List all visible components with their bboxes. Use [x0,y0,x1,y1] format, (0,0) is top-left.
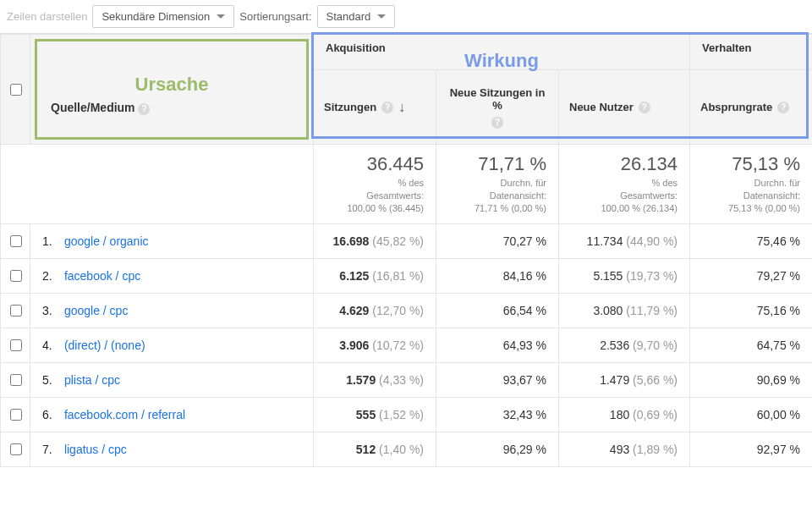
help-icon[interactable]: ? [381,102,393,113]
row-bounce: 75,16 % [690,293,812,328]
table-row: 2. facebook / cpc6.125 (16,81 %)84,16 %5… [1,258,813,293]
row-dimension: 4. (direct) / (none) [30,328,314,362]
row-bounce: 90,69 % [690,362,812,397]
sort-type-value: Standard [326,10,371,23]
row-bounce: 79,27 % [690,258,812,293]
row-index: 6. [42,408,61,421]
summary-sessions: 36.445 % des Gesamtwerts: 100,00 % (36.4… [314,145,436,224]
sort-desc-icon: ↓ [398,100,405,115]
table-row: 7. ligatus / cpc512 (1,40 %)96,29 %493 (… [1,432,813,466]
row-new-users: 1.479 (5,66 %) [559,362,690,397]
row-checkbox-cell [1,223,30,258]
source-medium-link[interactable]: google / cpc [64,304,129,317]
source-medium-link[interactable]: (direct) / (none) [64,339,145,352]
help-icon[interactable]: ? [777,102,789,113]
row-new-sessions-pct: 70,27 % [436,223,559,258]
metric-group-acquisition: Akquisition Wirkung [314,35,690,70]
metric-group-behavior: Verhalten [690,35,812,70]
row-bounce: 75,46 % [690,223,812,258]
summary-row: 36.445 % des Gesamtwerts: 100,00 % (36.4… [1,145,813,224]
row-sessions: 6.125 (16,81 %) [314,258,436,293]
secondary-dimension-dropdown[interactable]: Sekundäre Dimension [92,5,234,28]
row-checkbox[interactable] [10,270,22,282]
source-medium-link[interactable]: ligatus / cpc [64,443,127,456]
summary-new-users: 26.134 % des Gesamtwerts: 100,00 % (26.1… [559,145,690,224]
row-checkbox[interactable] [10,305,22,317]
table-row: 5. plista / cpc1.579 (4,33 %)93,67 %1.47… [1,362,813,397]
row-new-sessions-pct: 66,54 % [436,293,559,328]
row-index: 1. [42,234,61,248]
row-sessions: 3.906 (10,72 %) [314,328,436,362]
row-new-sessions-pct: 93,67 % [436,362,559,397]
row-new-users: 180 (0,69 %) [559,397,690,432]
row-sessions: 512 (1,40 %) [314,432,436,466]
row-sessions: 4.629 (12,70 %) [314,293,436,328]
row-checkbox[interactable] [10,339,22,351]
row-checkbox-cell [1,397,30,432]
row-new-users: 3.080 (11,79 %) [559,293,690,328]
col-sessions[interactable]: Sitzungen ? ↓ [314,70,436,145]
dimension-header[interactable]: Ursache Quelle/Medium ? [30,35,314,145]
help-icon[interactable]: ? [491,117,503,129]
row-checkbox-cell [1,328,30,362]
source-medium-link[interactable]: plista / cpc [64,373,120,387]
row-new-users: 11.734 (44,90 %) [559,223,690,258]
row-dimension: 1. google / organic [30,223,314,258]
summary-empty [1,145,314,224]
row-checkbox[interactable] [10,409,22,421]
table-row: 6. facebook.com / referral555 (1,52 %)32… [1,397,813,432]
dimension-name: Quelle/Medium [51,101,135,114]
row-dimension: 5. plista / cpc [30,362,314,397]
row-sessions: 16.698 (45,82 %) [314,223,436,258]
source-medium-link[interactable]: facebook / cpc [64,269,140,283]
row-bounce: 60,00 % [690,397,812,432]
row-new-sessions-pct: 32,43 % [436,397,559,432]
row-bounce: 92,97 % [690,432,812,466]
row-index: 3. [42,304,61,317]
sort-type-label: Sortierungsart: [239,10,311,23]
row-index: 4. [42,339,61,352]
row-checkbox-cell [1,258,30,293]
table-row: 4. (direct) / (none)3.906 (10,72 %)64,93… [1,328,813,362]
source-medium-link[interactable]: google / organic [64,234,149,248]
chevron-down-icon [217,14,225,19]
report-table: Ursache Quelle/Medium ? Akquisition Wirk… [0,34,812,467]
row-index: 7. [42,443,61,456]
col-new-users[interactable]: Neue Nutzer ? [559,70,690,145]
row-dimension: 3. google / cpc [30,293,314,328]
summary-bounce: 75,13 % Durchn. für Datenansicht: 75,13 … [690,145,812,224]
table-row: 3. google / cpc4.629 (12,70 %)66,54 %3.0… [1,293,813,328]
help-icon[interactable]: ? [138,103,150,115]
row-new-users: 2.536 (9,70 %) [559,328,690,362]
row-checkbox-cell [1,362,30,397]
row-new-users: 493 (1,89 %) [559,432,690,466]
select-all-header [1,35,30,145]
row-checkbox[interactable] [10,374,22,386]
row-new-users: 5.155 (19,73 %) [559,258,690,293]
group-beh-label: Verhalten [702,41,752,54]
row-new-sessions-pct: 96,29 % [436,432,559,466]
row-index: 2. [42,269,61,283]
row-index: 5. [42,373,61,387]
row-checkbox-cell [1,432,30,466]
row-dimension: 2. facebook / cpc [30,258,314,293]
col-new-sessions-pct[interactable]: Neue Sitzungen in % ? [436,70,559,145]
row-checkbox[interactable] [10,235,22,247]
rows-display-label: Zeilen darstellen [7,10,87,23]
row-dimension: 7. ligatus / cpc [30,432,314,466]
row-dimension: 6. facebook.com / referral [30,397,314,432]
source-medium-link[interactable]: facebook.com / referral [64,408,185,421]
row-sessions: 1.579 (4,33 %) [314,362,436,397]
row-checkbox[interactable] [10,443,22,455]
select-all-checkbox[interactable] [10,84,22,96]
col-bounce-rate[interactable]: Absprungrate ? [690,70,812,145]
chevron-down-icon [377,14,386,19]
secondary-dimension-label: Sekundäre Dimension [102,10,210,23]
row-sessions: 555 (1,52 %) [314,397,436,432]
row-new-sessions-pct: 64,93 % [436,328,559,362]
table-toolbar: Zeilen darstellen Sekundäre Dimension So… [0,0,812,34]
sort-type-dropdown[interactable]: Standard [317,5,396,28]
help-icon[interactable]: ? [639,102,650,113]
table-row: 1. google / organic16.698 (45,82 %)70,27… [1,223,813,258]
row-checkbox-cell [1,293,30,328]
